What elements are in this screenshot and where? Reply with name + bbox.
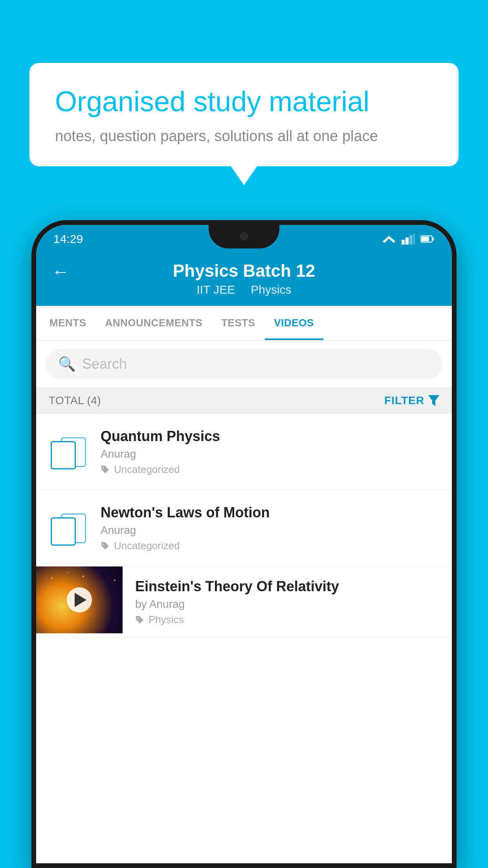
svg-point-12 [99, 570, 99, 571]
total-count: TOTAL (4) [49, 394, 101, 407]
video-info: Einstein's Theory Of Relativity by Anura… [135, 566, 439, 638]
back-button[interactable]: ← [52, 262, 69, 281]
svg-point-13 [114, 579, 116, 581]
video-title: Quantum Physics [101, 428, 439, 445]
video-icon [49, 513, 88, 543]
tag-icon [135, 615, 145, 625]
play-triangle [75, 593, 86, 607]
play-button[interactable] [67, 587, 92, 612]
filter-bar: TOTAL (4) FILTER [36, 387, 452, 414]
background: Organised study material notes, question… [0, 0, 488, 868]
tab-announcements[interactable]: ANNOUNCEMENTS [96, 306, 212, 340]
filter-button[interactable]: FILTER [384, 394, 439, 407]
tag-icon [101, 465, 110, 474]
phone-screen: 14:29 [36, 225, 452, 863]
speech-bubble-title: Organised study material [55, 85, 433, 118]
video-title: Einstein's Theory Of Relativity [135, 578, 439, 595]
video-icon [49, 437, 88, 467]
header-subtitle: IIT JEE Physics [196, 283, 291, 296]
svg-rect-4 [413, 234, 415, 245]
video-tag: Uncategorized [101, 540, 439, 552]
video-info: Quantum Physics Anurag Uncategorized [101, 428, 439, 476]
svg-rect-2 [405, 237, 409, 245]
tag-label: Physics [149, 614, 184, 626]
notch [209, 225, 279, 248]
status-bar: 14:29 [36, 225, 452, 253]
header-title: Physics Batch 12 [173, 261, 315, 281]
video-list: Quantum Physics Anurag Uncategorized [36, 414, 452, 638]
search-container: 🔍 Search [36, 341, 452, 387]
phone-frame: 14:29 [31, 220, 457, 868]
speech-bubble-subtitle: notes, question papers, solutions all at… [55, 128, 433, 145]
list-item[interactable]: Newton's Laws of Motion Anurag Uncategor… [36, 490, 452, 566]
svg-point-9 [51, 577, 53, 579]
list-item[interactable]: Quantum Physics Anurag Uncategorized [36, 414, 452, 490]
search-icon: 🔍 [58, 356, 76, 372]
filter-label: FILTER [384, 394, 424, 407]
header-subtitle-right: Physics [251, 283, 291, 296]
video-tag: Physics [135, 614, 439, 626]
thumbnail-container [36, 566, 123, 633]
tag-label: Uncategorized [114, 463, 180, 476]
svg-rect-7 [421, 237, 429, 241]
camera [240, 232, 248, 241]
tab-videos[interactable]: VIDEOS [265, 306, 323, 340]
video-author: Anurag [101, 524, 439, 537]
speech-bubble: Organised study material notes, question… [29, 63, 459, 166]
svg-marker-8 [428, 395, 439, 406]
tag-label: Uncategorized [114, 540, 180, 552]
svg-point-11 [83, 576, 84, 577]
folder-icon-2 [51, 513, 86, 543]
svg-marker-0 [383, 236, 395, 243]
battery-icon [420, 235, 435, 243]
search-placeholder: Search [82, 356, 127, 372]
filter-icon [428, 395, 439, 406]
svg-rect-3 [409, 235, 413, 245]
list-item[interactable]: Einstein's Theory Of Relativity by Anura… [36, 566, 452, 638]
svg-rect-6 [432, 237, 434, 241]
folder-icon [51, 437, 86, 467]
tag-icon [101, 541, 110, 551]
svg-point-10 [67, 572, 68, 573]
video-author: Anurag [101, 448, 439, 460]
status-time: 14:29 [53, 232, 83, 246]
tab-ments[interactable]: MENTS [40, 306, 96, 340]
tab-tests[interactable]: TESTS [212, 306, 264, 340]
wifi-icon [382, 234, 396, 245]
app-header: ← Physics Batch 12 IIT JEE Physics [36, 253, 452, 306]
svg-point-14 [48, 586, 48, 587]
svg-rect-1 [402, 240, 405, 245]
video-info: Newton's Laws of Motion Anurag Uncategor… [101, 504, 439, 552]
signal-icon [402, 234, 415, 245]
status-icons [382, 234, 435, 245]
search-bar[interactable]: 🔍 Search [46, 349, 442, 379]
video-title: Newton's Laws of Motion [101, 504, 439, 521]
tabs-bar: MENTS ANNOUNCEMENTS TESTS VIDEOS [36, 306, 452, 341]
video-author: by Anurag [135, 598, 439, 611]
video-tag: Uncategorized [101, 463, 439, 476]
header-subtitle-left: IIT JEE [196, 283, 235, 296]
